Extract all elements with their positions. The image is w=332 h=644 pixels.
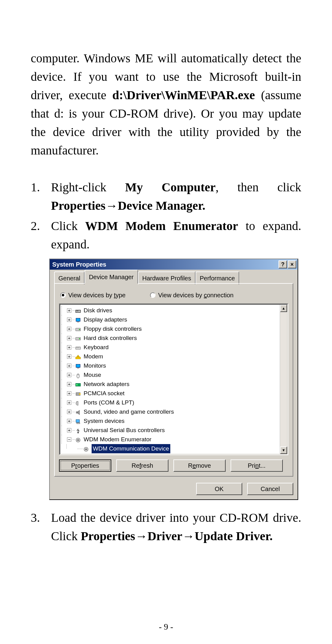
expander-icon[interactable]: + — [67, 318, 71, 322]
expander-icon[interactable]: + — [67, 308, 71, 313]
arrow-icon: → — [182, 529, 195, 543]
chevron-down-icon: ▼ — [282, 447, 286, 453]
tree-item-label: Sound, video and game controllers — [84, 407, 174, 416]
print-button[interactable]: Print... — [231, 459, 283, 472]
tree-item[interactable]: +System devices — [61, 416, 287, 426]
arrow-icon: → — [135, 529, 148, 543]
expander-icon[interactable]: + — [67, 419, 71, 423]
tree-item[interactable]: +Ports (COM & LPT) — [61, 398, 287, 407]
svg-rect-14 — [77, 368, 79, 369]
tree-item[interactable]: +Network adapters — [61, 380, 287, 389]
refresh-button[interactable]: Refresh — [116, 459, 168, 472]
step-body: Right-click My Computer, then click Prop… — [51, 178, 301, 215]
bold-update-driver: Update Driver. — [195, 529, 273, 543]
close-button[interactable]: × — [288, 260, 296, 268]
expander-icon[interactable]: + — [67, 345, 71, 349]
tab-device-manager[interactable]: Device Manager — [85, 270, 138, 284]
ok-button[interactable]: OK — [196, 483, 242, 495]
bold-my-computer: My Computer — [125, 180, 215, 194]
tree-item-label: Network adapters — [84, 380, 129, 389]
tree-item-child[interactable]: WDM Communication Device — [61, 444, 287, 453]
expander-icon[interactable]: + — [67, 327, 71, 331]
tree-item-label: WDM Modem Enumerator — [84, 435, 152, 444]
properties-button[interactable]: Properties — [59, 459, 111, 472]
radio-label: View devices by type — [68, 291, 125, 300]
close-icon: × — [290, 260, 294, 269]
tree-item-label: Floppy disk controllers — [84, 324, 142, 334]
tab-hardware-profiles[interactable]: Hardware Profiles — [138, 271, 196, 284]
ordered-list: 1. Right-click My Computer, then click P… — [31, 178, 301, 545]
tab-strip: General Device Manager Hardware Profiles… — [54, 273, 293, 284]
tree-item-label: Keyboard — [84, 343, 109, 352]
device-icon — [75, 307, 82, 314]
tree-item[interactable]: +Mouse — [61, 370, 287, 380]
svg-rect-3 — [77, 322, 79, 322]
tree-item[interactable]: +PCMCIA socket — [61, 389, 287, 398]
tab-label: General — [58, 275, 80, 282]
svg-point-5 — [79, 329, 80, 330]
text: Click — [51, 219, 85, 233]
device-icon — [75, 418, 82, 424]
cancel-button[interactable]: Cancel — [247, 483, 293, 495]
tree-item[interactable]: +Display adapters — [61, 315, 287, 324]
list-item: 2. Click WDM Modem Enumerator to expand.… — [31, 217, 301, 254]
tree-item[interactable]: +Modem — [61, 352, 287, 361]
tree-item-label: Display adapters — [84, 315, 127, 324]
tree-item-label: Monitors — [84, 361, 106, 370]
step-body: Load the device driver into your CD-ROM … — [51, 509, 301, 545]
tree-item-label: Ports (COM & LPT) — [84, 398, 134, 407]
scroll-track[interactable] — [280, 312, 287, 447]
svg-rect-0 — [76, 310, 81, 313]
tree-item-label: Hard disk controllers — [84, 334, 137, 343]
device-icon — [75, 400, 82, 406]
scrollbar[interactable]: ▲ ▼ — [280, 305, 287, 454]
tree-item-label: Modem — [84, 352, 103, 361]
device-icon — [75, 317, 82, 323]
svg-rect-12 — [76, 357, 81, 359]
tree-item[interactable]: +Keyboard — [61, 343, 287, 352]
expander-icon[interactable]: + — [67, 382, 71, 386]
tree-item[interactable]: +Disk drives — [61, 306, 287, 315]
text: , then click — [215, 180, 301, 194]
expander-icon[interactable]: + — [67, 354, 71, 359]
expander-icon[interactable]: + — [67, 364, 71, 368]
expander-icon[interactable]: + — [67, 373, 71, 377]
svg-rect-11 — [78, 348, 79, 348]
list-item: 1. Right-click My Computer, then click P… — [31, 178, 301, 215]
device-icon — [75, 427, 82, 433]
tree-item[interactable]: +Universal Serial Bus controllers — [61, 426, 287, 435]
expander-icon[interactable]: + — [67, 410, 71, 414]
remove-button[interactable]: Remove — [173, 459, 226, 472]
scroll-up-button[interactable]: ▲ — [280, 305, 287, 312]
device-tree[interactable]: ▲ ▼ +Disk drives+Display adapters+Floppy… — [60, 304, 288, 455]
tree-item[interactable]: +Floppy disk controllers — [61, 324, 287, 334]
radio-view-by-type[interactable]: View devices by type — [60, 291, 125, 300]
expander-icon[interactable]: + — [67, 400, 71, 405]
help-button[interactable]: ? — [279, 260, 287, 268]
page-number: - 9 - — [0, 622, 332, 632]
device-icon — [83, 446, 90, 452]
chevron-up-icon: ▲ — [282, 306, 286, 311]
button-label: Properties — [71, 461, 99, 470]
tree-item[interactable]: +Hard disk controllers — [61, 334, 287, 343]
device-icon — [75, 436, 82, 443]
radio-view-by-connection[interactable]: View devices by connection — [150, 291, 233, 300]
tree-item[interactable]: +Monitors — [61, 361, 287, 370]
device-icon — [75, 390, 82, 396]
svg-rect-1 — [76, 311, 78, 311]
expander-icon[interactable]: + — [67, 428, 71, 432]
dialog-title: System Properties — [52, 260, 278, 269]
help-icon: ? — [281, 260, 285, 269]
svg-rect-21 — [76, 412, 78, 414]
scroll-down-button[interactable]: ▼ — [280, 447, 287, 454]
expander-icon[interactable]: + — [67, 391, 71, 396]
expander-icon[interactable]: − — [67, 437, 71, 442]
expander-icon[interactable]: + — [67, 336, 71, 340]
button-label: OK — [215, 484, 224, 494]
tree-item[interactable]: +Sound, video and game controllers — [61, 407, 287, 416]
tab-performance[interactable]: Performance — [196, 271, 239, 284]
tab-general[interactable]: General — [54, 271, 85, 284]
tab-label: Performance — [200, 275, 235, 282]
tree-item[interactable]: −WDM Modem Enumerator — [61, 435, 287, 444]
list-item: 3. Load the device driver into your CD-R… — [31, 509, 301, 545]
